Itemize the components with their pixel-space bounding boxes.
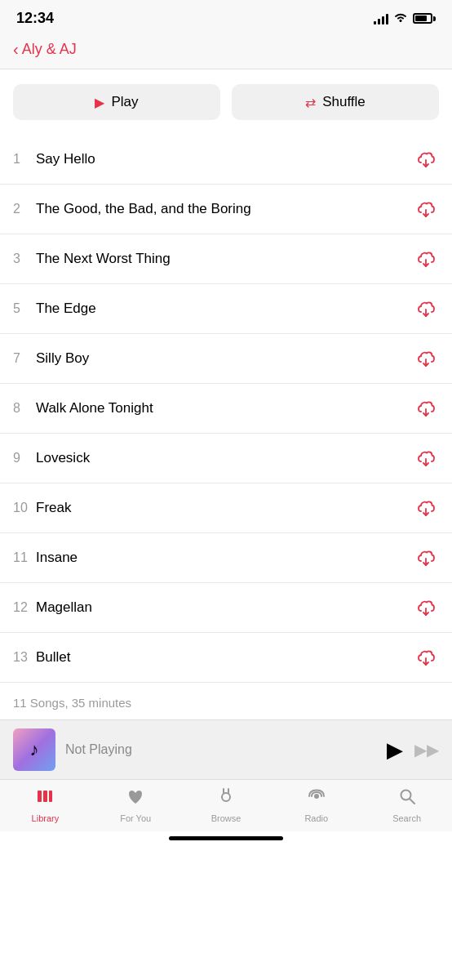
svg-point-0 (400, 20, 402, 22)
radio-tab-label: Radio (304, 813, 328, 823)
track-number: 9 (13, 451, 36, 466)
tab-bar: Library For You Browse Radio Search (0, 779, 452, 831)
footer-info: 11 Songs, 35 minutes (0, 683, 452, 719)
svg-point-16 (314, 794, 319, 799)
track-number: 11 (13, 550, 36, 565)
for-you-tab-icon (126, 786, 145, 811)
tab-browse[interactable]: Browse (181, 780, 272, 831)
search-tab-label: Search (392, 813, 421, 823)
track-list: 1 Say Hello 2 The Good, the Bad, and the… (0, 135, 452, 683)
track-item[interactable]: 8 Walk Alone Tonight (0, 384, 452, 434)
tab-search[interactable]: Search (361, 780, 452, 831)
play-button[interactable]: ▶ Play (13, 84, 220, 120)
controls-section: ▶ Play ⇄ Shuffle (0, 69, 452, 135)
svg-point-15 (222, 793, 230, 801)
signal-icon (374, 13, 388, 24)
track-title: Lovesick (36, 450, 413, 466)
track-number: 7 (13, 351, 36, 366)
download-button[interactable] (413, 445, 439, 471)
svg-rect-12 (38, 791, 42, 802)
download-button[interactable] (413, 246, 439, 272)
track-title: Walk Alone Tonight (36, 400, 413, 416)
track-number: 3 (13, 252, 36, 266)
track-title: The Edge (36, 301, 413, 317)
music-note-icon: ♪ (30, 739, 39, 760)
track-number: 12 (13, 600, 36, 615)
mini-ff-button[interactable]: ▶▶ (414, 740, 439, 760)
battery-icon (413, 13, 436, 24)
download-button[interactable] (413, 545, 439, 571)
track-title: Insane (36, 550, 413, 566)
shuffle-icon: ⇄ (305, 95, 316, 110)
back-label: Aly & AJ (22, 41, 77, 58)
track-item[interactable]: 2 The Good, the Bad, and the Boring (0, 185, 452, 234)
track-title: The Next Worst Thing (36, 251, 413, 267)
back-chevron-icon: ‹ (13, 40, 19, 59)
mini-album-art: ♪ (13, 728, 55, 771)
track-item[interactable]: 9 Lovesick (0, 434, 452, 483)
back-button[interactable]: ‹ Aly & AJ (13, 40, 77, 59)
track-number: 10 (13, 501, 36, 515)
play-label: Play (111, 94, 138, 110)
library-tab-label: Library (32, 813, 60, 823)
download-button[interactable] (413, 345, 439, 372)
track-item[interactable]: 7 Silly Boy (0, 334, 452, 384)
track-title: The Good, the Bad, and the Boring (36, 201, 413, 217)
search-tab-icon (397, 786, 417, 811)
track-item[interactable]: 5 The Edge (0, 284, 452, 334)
track-title: Freak (36, 500, 413, 516)
tab-for-you[interactable]: For You (91, 780, 181, 831)
svg-rect-13 (43, 791, 47, 802)
status-bar: 12:34 (0, 0, 452, 33)
wifi-icon (393, 11, 408, 25)
track-title: Magellan (36, 599, 413, 616)
download-button[interactable] (413, 595, 439, 621)
download-button[interactable] (413, 296, 439, 322)
browse-tab-icon (216, 786, 236, 811)
mini-player-controls: ▶ ▶▶ (387, 737, 439, 763)
track-number: 8 (13, 401, 36, 416)
track-item[interactable]: 10 Freak (0, 483, 452, 533)
track-item[interactable]: 1 Say Hello (0, 135, 452, 185)
home-indicator (0, 831, 452, 844)
download-button[interactable] (413, 146, 439, 172)
play-icon: ▶ (95, 95, 104, 110)
download-button[interactable] (413, 196, 439, 222)
shuffle-label: Shuffle (322, 94, 366, 110)
track-number: 2 (13, 202, 36, 216)
svg-rect-14 (49, 791, 52, 802)
library-tab-icon (35, 786, 55, 811)
svg-line-18 (410, 799, 414, 804)
download-button[interactable] (413, 644, 439, 670)
browse-tab-label: Browse (211, 813, 242, 823)
status-icons (374, 11, 436, 25)
download-button[interactable] (413, 395, 439, 421)
for-you-tab-label: For You (120, 813, 151, 823)
track-item[interactable]: 11 Insane (0, 533, 452, 583)
tab-radio[interactable]: Radio (271, 780, 361, 831)
track-item[interactable]: 13 Bullet (0, 633, 452, 683)
track-title: Silly Boy (36, 350, 413, 367)
track-number: 1 (13, 152, 36, 167)
mini-player[interactable]: ♪ Not Playing ▶ ▶▶ (0, 719, 452, 779)
status-time: 12:34 (16, 10, 54, 27)
tab-library[interactable]: Library (0, 780, 91, 831)
shuffle-button[interactable]: ⇄ Shuffle (232, 84, 439, 120)
mini-play-button[interactable]: ▶ (387, 737, 403, 763)
track-item[interactable]: 3 The Next Worst Thing (0, 234, 452, 284)
track-title: Bullet (36, 649, 413, 666)
track-title: Say Hello (36, 151, 413, 167)
track-number: 5 (13, 301, 36, 316)
radio-tab-icon (307, 786, 326, 811)
nav-bar: ‹ Aly & AJ (0, 33, 452, 69)
mini-player-info: Not Playing (65, 742, 377, 757)
track-number: 13 (13, 650, 36, 665)
home-bar (169, 836, 283, 840)
download-button[interactable] (413, 495, 439, 521)
track-item[interactable]: 12 Magellan (0, 583, 452, 633)
